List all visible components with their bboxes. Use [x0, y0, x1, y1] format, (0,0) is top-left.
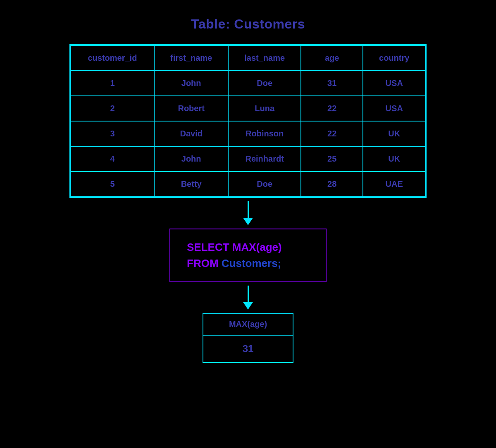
table-cell-r2-c3: 22 — [301, 121, 363, 146]
table-cell-r3-c1: John — [154, 146, 229, 172]
table-row: 2RobertLuna22USA — [71, 96, 425, 121]
table-cell-r4-c1: Betty — [154, 172, 229, 197]
table-row: 1JohnDoe31USA — [71, 71, 425, 96]
page-title: Table: Customers — [191, 17, 305, 32]
arrow-head-1 — [243, 218, 253, 225]
result-table: MAX(age) 31 — [203, 313, 293, 363]
sql-select-keyword: SELECT — [187, 241, 229, 253]
col-header-customer-id: customer_id — [71, 45, 154, 71]
sql-from-rest: Customers; — [219, 257, 281, 269]
arrow-line-1 — [248, 201, 249, 218]
col-header-country: country — [363, 45, 425, 71]
table-cell-r4-c3: 28 — [301, 172, 363, 197]
arrow-line-2 — [248, 286, 249, 302]
table-cell-r1-c3: 22 — [301, 96, 363, 121]
table-cell-r2-c4: UK — [363, 121, 425, 146]
col-header-last-name: last_name — [228, 45, 300, 71]
table-cell-r1-c1: Robert — [154, 96, 229, 121]
flow-container: SELECT MAX(age) FROM Customers; MAX(age)… — [169, 198, 327, 363]
sql-line-2: FROM Customers; — [187, 255, 309, 272]
arrow-down-1 — [243, 201, 253, 225]
arrow-head-2 — [243, 302, 253, 310]
table-cell-r4-c0: 5 — [71, 172, 154, 197]
sql-line-1: SELECT MAX(age) — [187, 239, 309, 255]
table-cell-r0-c3: 31 — [301, 71, 363, 96]
table-cell-r4-c4: UAE — [363, 172, 425, 197]
customers-table: customer_id first_name last_name age cou… — [70, 45, 426, 197]
result-value: 31 — [203, 336, 293, 362]
table-cell-r0-c4: USA — [363, 71, 425, 96]
table-cell-r1-c2: Luna — [228, 96, 300, 121]
table-cell-r3-c4: UK — [363, 146, 425, 172]
table-cell-r1-c4: USA — [363, 96, 425, 121]
table-cell-r1-c0: 2 — [71, 96, 154, 121]
table-cell-r0-c2: Doe — [228, 71, 300, 96]
table-row: 3DavidRobinson22UK — [71, 121, 425, 146]
table-row: 4JohnReinhardt25UK — [71, 146, 425, 172]
table-cell-r2-c0: 3 — [71, 121, 154, 146]
table-cell-r4-c2: Doe — [228, 172, 300, 197]
table-cell-r3-c2: Reinhardt — [228, 146, 300, 172]
table-cell-r0-c0: 1 — [71, 71, 154, 96]
table-cell-r2-c1: David — [154, 121, 229, 146]
table-header-row: customer_id first_name last_name age cou… — [71, 45, 425, 71]
sql-from-keyword: FROM — [187, 257, 219, 269]
table-cell-r2-c2: Robinson — [228, 121, 300, 146]
sql-select-rest: MAX(age) — [229, 241, 282, 253]
table-cell-r3-c3: 25 — [301, 146, 363, 172]
table-cell-r3-c0: 4 — [71, 146, 154, 172]
col-header-first-name: first_name — [154, 45, 229, 71]
customers-table-wrapper: customer_id first_name last_name age cou… — [69, 44, 427, 198]
arrow-down-2 — [243, 286, 253, 310]
result-header: MAX(age) — [203, 314, 293, 336]
table-cell-r0-c1: John — [154, 71, 229, 96]
table-row: 5BettyDoe28UAE — [71, 172, 425, 197]
col-header-age: age — [301, 45, 363, 71]
sql-box: SELECT MAX(age) FROM Customers; — [169, 229, 327, 282]
